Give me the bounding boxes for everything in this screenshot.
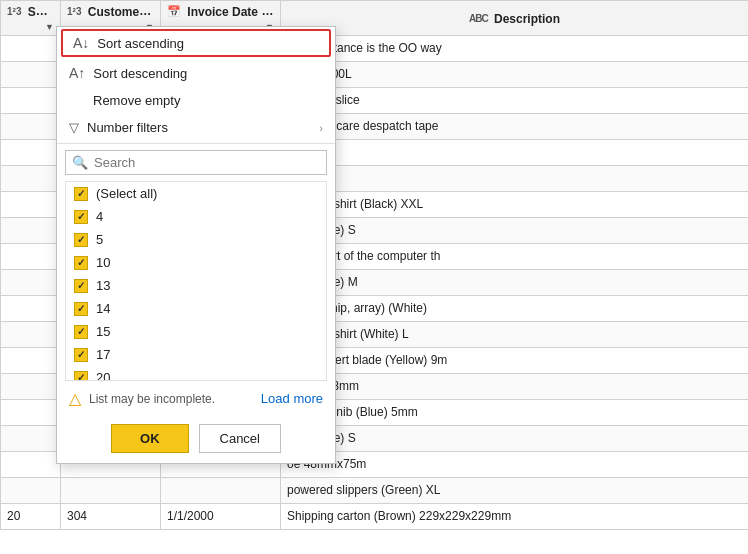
search-box[interactable]: 🔍 (65, 150, 327, 175)
cell-description: ML tag t-shirt (White) L (281, 321, 749, 347)
cancel-button[interactable]: Cancel (199, 424, 281, 453)
cell-sale (1, 347, 61, 373)
cell-sale (1, 217, 61, 243)
cell-description: ML tag t-shirt (Black) XXL (281, 191, 749, 217)
warning-icon: △ (69, 389, 81, 408)
checklist-item[interactable]: 15 (66, 320, 326, 343)
sale-key-label: Sale Key (28, 4, 61, 19)
cell-description: e - pizza slice (281, 87, 749, 113)
checklist-item[interactable]: 17 (66, 343, 326, 366)
cell-sale (1, 61, 61, 87)
checklist-item[interactable]: 14 (66, 297, 326, 320)
cell-description: ware: part of the computer th (281, 243, 749, 269)
cell-sale (1, 425, 61, 451)
remove-empty-item[interactable]: Remove empty (57, 87, 335, 114)
checklist-checkbox[interactable] (74, 233, 88, 247)
checklist-item[interactable]: 20 (66, 366, 326, 381)
checklist-item[interactable]: 4 (66, 205, 326, 228)
cell-description: powered slippers (Green) XL (281, 477, 749, 503)
button-row: OK Cancel (57, 416, 335, 463)
description-label: Description (494, 11, 560, 25)
checklist-checkbox[interactable] (74, 348, 88, 362)
cell-sale (1, 399, 61, 425)
load-more-button[interactable]: Load more (261, 391, 323, 406)
customer-key-type-icon: 1²3 (67, 6, 81, 17)
cell-description: cket (Blue) M (281, 269, 749, 295)
cell-description: lass with care despatch tape (281, 113, 749, 139)
number-filters-label: Number filters (87, 120, 168, 135)
sale-key-type-icon: 1²3 (7, 6, 21, 17)
cell-description: Shipping carton (Brown) 229x229x229mm (281, 503, 749, 529)
checklist-checkbox[interactable] (74, 371, 88, 382)
cell-sale (1, 165, 61, 191)
search-icon: 🔍 (72, 155, 88, 170)
cell-sale (1, 269, 61, 295)
cell-description: lue 5mm nib (Blue) 5mm (281, 399, 749, 425)
checklist-checkbox[interactable] (74, 256, 88, 270)
checklist-label: 20 (96, 370, 110, 381)
table-row: powered slippers (Green) XL (1, 477, 749, 503)
cell-sale (1, 477, 61, 503)
search-input[interactable] (94, 155, 320, 170)
sort-ascending-item[interactable]: A↓ Sort ascending (61, 29, 331, 57)
sort-desc-icon: A↑ (69, 65, 85, 81)
cell-sale (1, 451, 61, 477)
checklist-checkbox[interactable] (74, 302, 88, 316)
number-filters-item[interactable]: ▽ Number filters › (57, 114, 335, 141)
cell-sale (1, 139, 61, 165)
cell-sale: 20 (1, 503, 61, 529)
sort-ascending-label: Sort ascending (97, 36, 184, 51)
invoice-date-label: Invoice Date Key (187, 4, 280, 19)
cell-sale (1, 191, 61, 217)
checklist-item[interactable]: (Select all) (66, 182, 326, 205)
cell-sale (1, 35, 61, 61)
checklist-label: 17 (96, 347, 110, 362)
number-filters-arrow-icon: › (319, 122, 323, 134)
cell-description: metal insert blade (Yellow) 9m (281, 347, 749, 373)
checklist-container[interactable]: (Select all)45101314151720 (65, 181, 327, 381)
warning-text: List may be incomplete. (89, 392, 215, 406)
cell-description: cket (Blue) S (281, 425, 749, 451)
cell-sale (1, 113, 61, 139)
checklist-checkbox[interactable] (74, 279, 88, 293)
checklist-label: 5 (96, 232, 103, 247)
cell-sale (1, 243, 61, 269)
checklist-label: 14 (96, 301, 110, 316)
cell-sale (1, 295, 61, 321)
checklist-label: 15 (96, 324, 110, 339)
description-type-icon: ABC (469, 13, 488, 24)
col-header-description[interactable]: ABC Description (281, 1, 749, 36)
cell-description: (Gray) S (281, 139, 749, 165)
cell-description: g - (hip, hip, array) (White) (281, 295, 749, 321)
filter-icon: ▽ (69, 120, 79, 135)
ok-button[interactable]: OK (111, 424, 189, 453)
cell-sale (1, 87, 61, 113)
checklist-item[interactable]: 5 (66, 228, 326, 251)
filter-dropdown: A↓ Sort ascending A↑ Sort descending Rem… (56, 26, 336, 464)
checklist-checkbox[interactable] (74, 325, 88, 339)
sort-descending-item[interactable]: A↑ Sort descending (57, 59, 335, 87)
checklist-item[interactable]: 13 (66, 274, 326, 297)
table-row: 203041/1/2000Shipping carton (Brown) 229… (1, 503, 749, 529)
sort-descending-label: Sort descending (93, 66, 187, 81)
cell-description: blades 18mm (281, 373, 749, 399)
cell-invoice (161, 477, 281, 503)
divider-1 (57, 143, 335, 144)
warning-row: △ List may be incomplete. Load more (57, 381, 335, 416)
cell-description: cket (Blue) S (281, 217, 749, 243)
invoice-date-type-icon: 📅 (167, 5, 181, 18)
cell-description: g - inheritance is the OO way (281, 35, 749, 61)
sale-key-dropdown-icon[interactable]: ▼ (45, 22, 54, 32)
cell-sale (1, 321, 61, 347)
cell-customer: 304 (61, 503, 161, 529)
cell-sale (1, 373, 61, 399)
cell-description: (Pink) M (281, 165, 749, 191)
cell-description: oe 48mmx75m (281, 451, 749, 477)
checklist-label: 4 (96, 209, 103, 224)
checklist-checkbox[interactable] (74, 210, 88, 224)
checklist-checkbox[interactable] (74, 187, 88, 201)
cell-invoice: 1/1/2000 (161, 503, 281, 529)
col-header-sale-key[interactable]: 1²3 Sale Key ▼ (1, 1, 61, 36)
checklist-item[interactable]: 10 (66, 251, 326, 274)
customer-key-label: Customer Key (88, 4, 161, 19)
